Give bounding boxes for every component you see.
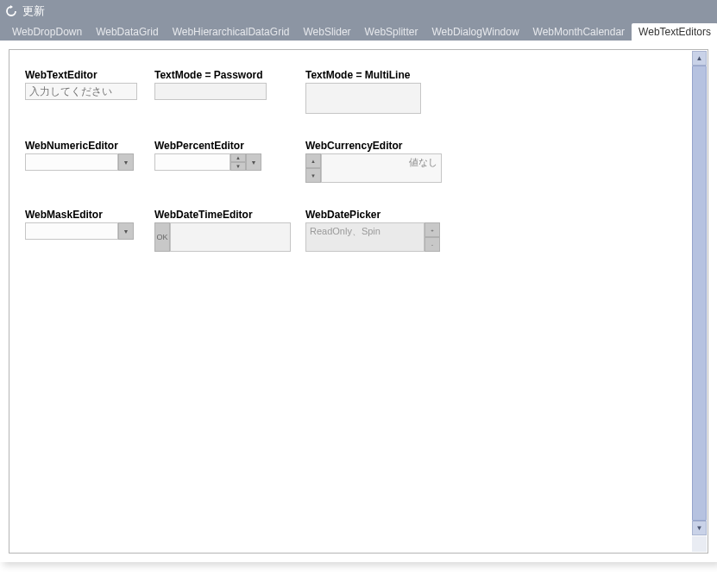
label-multiline: TextMode = MultiLine [305,69,443,81]
label-percent: WebPercentEditor [154,140,297,152]
main-window: 更新 WebDropDown WebDataGrid WebHierarchic… [0,0,717,562]
label-datepicker: WebDatePicker [305,209,443,221]
field-texteditor: WebTextEditor [25,69,146,100]
label-texteditor: WebTextEditor [25,69,146,81]
tab-webdialogwindow[interactable]: WebDialogWindow [425,23,525,41]
mask-dropdown-button[interactable]: ▼ [118,222,134,240]
input-multiline[interactable] [305,83,421,114]
percent-spin-up[interactable]: ▲ [230,153,246,162]
tab-webslider[interactable]: WebSlider [296,23,357,41]
input-mask[interactable] [25,222,118,240]
tab-webhierarchicaldatagrid[interactable]: WebHierarchicalDataGrid [166,23,297,41]
scroll-thumb[interactable] [692,66,707,521]
datetime-ok-button[interactable]: OK [154,222,170,252]
label-currency: WebCurrencyEditor [305,140,443,152]
numeric-dropdown-button[interactable]: ▼ [118,153,134,171]
refresh-icon[interactable] [5,5,17,17]
currency-spin-down[interactable]: ▼ [305,168,321,183]
input-percent[interactable] [154,153,230,171]
field-datepicker: WebDatePicker ReadOnly、Spin + - [305,209,443,252]
scroll-corner [692,536,707,552]
tab-websplitter[interactable]: WebSplitter [358,23,425,41]
field-currency: WebCurrencyEditor ▲ ▼ 値なし [305,140,443,183]
editors-grid: WebTextEditor TextMode = Password TextMo… [9,50,708,271]
tab-webmonthcalendar[interactable]: WebMonthCalendar [526,23,632,41]
datepicker-spin-minus[interactable]: - [425,237,440,252]
percent-dropdown-button[interactable]: ▼ [246,153,261,171]
tab-strip: WebDropDown WebDataGrid WebHierarchicalD… [0,22,717,41]
label-datetime: WebDateTimeEditor [154,209,297,221]
tab-webdropdown[interactable]: WebDropDown [5,23,89,41]
input-currency[interactable]: 値なし [321,153,442,183]
field-mask: WebMaskEditor ▼ [25,209,146,240]
tab-webdatagrid[interactable]: WebDataGrid [89,23,165,41]
label-numeric: WebNumericEditor [25,140,146,152]
field-numeric: WebNumericEditor ▼ [25,140,146,171]
field-percent: WebPercentEditor ▲ ▼ ▼ [154,140,297,171]
tab-webtexteditors[interactable]: WebTextEditors [632,23,717,41]
scroll-track[interactable] [692,66,707,521]
header-bar: 更新 [0,0,717,22]
input-password[interactable] [154,83,267,100]
currency-spin-up[interactable]: ▲ [305,153,321,168]
field-password: TextMode = Password [154,69,297,100]
label-mask: WebMaskEditor [25,209,146,221]
datepicker-spin-plus[interactable]: + [425,222,440,237]
field-datetime: WebDateTimeEditor OK [154,209,297,252]
header-title: 更新 [22,3,45,19]
vertical-scrollbar[interactable]: ▲ ▼ [692,51,707,535]
input-numeric[interactable] [25,153,118,171]
scroll-up-arrow-icon[interactable]: ▲ [692,51,707,66]
input-datepicker[interactable]: ReadOnly、Spin [305,222,425,252]
scroll-down-arrow-icon[interactable]: ▼ [692,521,707,535]
content-panel: WebTextEditor TextMode = Password TextMo… [9,49,708,554]
field-multiline: TextMode = MultiLine [305,69,443,114]
content-wrapper: WebTextEditor TextMode = Password TextMo… [0,41,717,562]
input-datetime[interactable] [170,222,291,252]
label-password: TextMode = Password [154,69,297,81]
input-texteditor[interactable] [25,83,137,100]
percent-spin-down[interactable]: ▼ [230,162,246,171]
